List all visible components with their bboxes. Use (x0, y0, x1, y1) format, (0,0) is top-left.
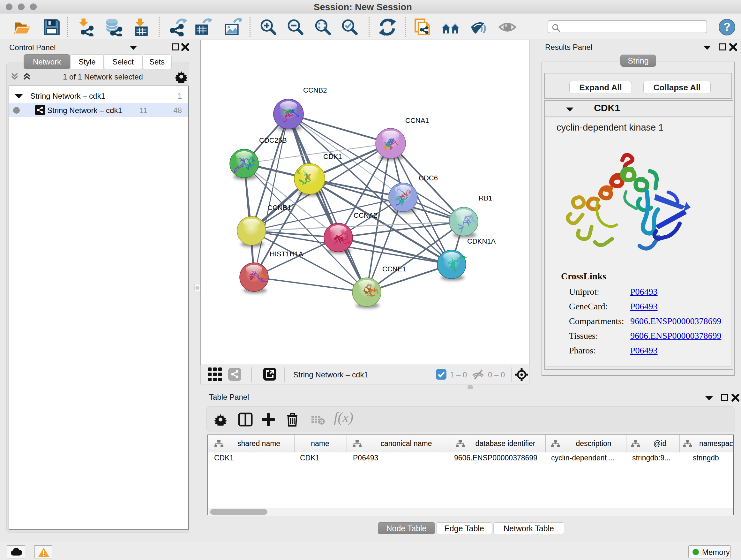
svg-text:CCNA2: CCNA2 (354, 211, 378, 219)
svg-text:CCNA1: CCNA1 (405, 117, 429, 125)
svg-text:RB1: RB1 (479, 194, 492, 202)
svg-text:CDK1: CDK1 (323, 152, 342, 161)
svg-text:CDKN1A: CDKN1A (467, 237, 496, 245)
svg-text:?: ? (724, 20, 731, 34)
svg-text:CCNE1: CCNE1 (382, 265, 406, 273)
svg-text:HIST1H1A: HIST1H1A (270, 250, 303, 258)
svg-text:CDC6: CDC6 (419, 174, 438, 182)
svg-text:CCNB2: CCNB2 (303, 86, 327, 94)
svg-text:CDC25B: CDC25B (259, 136, 287, 144)
svg-text:CCNB1: CCNB1 (267, 204, 291, 212)
